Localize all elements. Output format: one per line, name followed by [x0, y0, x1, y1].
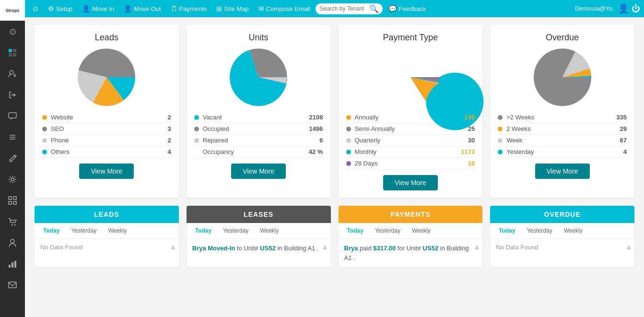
overdue-tab-weekly[interactable]: Weekly: [559, 226, 587, 235]
sidebar: Strops ⊙: [0, 0, 25, 317]
leads-card-body: No Data Found ▲: [35, 239, 179, 268]
leads-tab-today[interactable]: Today: [38, 226, 64, 235]
overdue-bottom-card: OVERDUE Today Yesterday Weekly No Data F…: [490, 206, 634, 268]
svg-rect-16: [9, 201, 12, 204]
leads-legend-website: Website 2: [42, 112, 171, 123]
overdue-card-body: No Data Found ▲: [490, 239, 634, 268]
payments-tab-today[interactable]: Today: [342, 226, 368, 235]
annually-label: Annually: [355, 114, 379, 121]
payments-tenant-link[interactable]: Brya: [344, 245, 358, 252]
seo-label: SEO: [51, 125, 64, 132]
cart-icon[interactable]: [0, 211, 25, 232]
overdue-pie-chart: [534, 48, 591, 106]
grid-icon[interactable]: [0, 190, 25, 211]
overdue-view-more-button[interactable]: View More: [535, 164, 590, 179]
overdue-scroll-indicator: ▲: [625, 243, 632, 251]
occupied-dot: [194, 127, 199, 131]
leases-tab-yesterday[interactable]: Yesterday: [218, 226, 253, 235]
units-pie-chart: [230, 48, 287, 106]
leads-title: Leads: [42, 33, 171, 43]
payments-tabs: Today Yesterday Weekly: [339, 223, 483, 239]
2weeks-plus-dot: [498, 115, 503, 120]
nav-setup[interactable]: ⚙ Setup: [44, 3, 76, 14]
nav-sitemap[interactable]: ⊞ Site Map: [212, 3, 252, 14]
occupancy-count: 42 %: [309, 148, 323, 155]
payment-type-view-more-button[interactable]: View More: [383, 175, 438, 190]
semi-label: Semi-Annually: [355, 125, 395, 132]
chart-icon[interactable]: [0, 253, 25, 274]
svg-point-13: [11, 178, 14, 181]
payment-legend-monthly: Monthly 1173: [346, 146, 475, 158]
login-icon[interactable]: [0, 84, 25, 106]
vacant-count: 2108: [309, 114, 323, 121]
mail-icon[interactable]: [0, 274, 25, 295]
28days-dot: [346, 161, 351, 166]
nav-move-in[interactable]: 👤 Move In: [78, 3, 118, 14]
payments-tab-yesterday[interactable]: Yesterday: [370, 226, 405, 235]
chat-icon[interactable]: [0, 106, 25, 127]
leases-tenant-link[interactable]: Brya Moved-In: [192, 245, 235, 252]
user-icon[interactable]: 👤: [618, 3, 629, 14]
leads-legend-others: Others 4: [42, 146, 171, 158]
tools-icon[interactable]: [0, 169, 25, 190]
edit-icon[interactable]: [0, 148, 25, 169]
leads-view-more-button[interactable]: View More: [79, 164, 134, 179]
svg-rect-23: [14, 261, 16, 268]
payment-legend-28days: 28 Days 16: [346, 158, 475, 169]
list-icon[interactable]: [0, 127, 25, 148]
units-legend-repaired: Repaired 6: [194, 135, 323, 146]
user-name: Demousa@Yo..: [575, 5, 615, 12]
leases-tab-weekly[interactable]: Weekly: [255, 226, 283, 235]
overdue-pie-container: [498, 48, 627, 106]
leases-unit-link[interactable]: US52: [260, 245, 276, 252]
nav-home[interactable]: ⊙: [29, 3, 42, 14]
overdue-tab-yesterday[interactable]: Yesterday: [522, 226, 557, 235]
vacant-dot: [194, 115, 199, 120]
website-count: 2: [168, 114, 171, 121]
move-in-icon: 👤: [82, 5, 90, 12]
nav-payments[interactable]: 🗒 Payments: [167, 3, 211, 14]
svg-point-4: [10, 70, 13, 74]
svg-point-18: [12, 224, 13, 226]
phone-count: 2: [168, 137, 171, 144]
leads-tabs: Today Yesterday Weekly: [35, 223, 179, 239]
nav-compose-email[interactable]: ✉ Compose Email: [255, 3, 314, 14]
leads-chart-card: Leads: [35, 25, 179, 198]
top-nav: ⊙ ⚙ Setup 👤 Move In 👤 Move Out 🗒 Payment…: [25, 0, 644, 17]
add-user-icon[interactable]: [0, 63, 25, 84]
leads-tab-weekly[interactable]: Weekly: [103, 226, 131, 235]
nav-feedback[interactable]: 💬 Feedback: [385, 3, 430, 14]
leads-pie-chart: [78, 48, 135, 106]
payments-amount-link[interactable]: $317.00: [373, 245, 396, 252]
leases-tab-today[interactable]: Today: [190, 226, 216, 235]
leads-scroll-indicator: ▲: [169, 243, 177, 251]
semi-dot: [346, 127, 351, 131]
others-dot: [42, 150, 47, 154]
leads-tab-yesterday[interactable]: Yesterday: [66, 226, 101, 235]
home-icon[interactable]: ⊙: [0, 21, 25, 42]
bottom-cards-row: LEADS Today Yesterday Weekly No Data Fou…: [35, 206, 634, 268]
monthly-dot: [346, 150, 351, 154]
svg-rect-17: [13, 201, 16, 204]
overdue-title: Overdue: [498, 33, 627, 43]
payments-tab-weekly[interactable]: Weekly: [407, 226, 435, 235]
overdue-tabs: Today Yesterday Weekly: [490, 223, 634, 239]
svg-rect-1: [13, 49, 16, 52]
user-info: Demousa@Yo.. 👤 ⏻: [575, 3, 640, 14]
nav-move-out[interactable]: 👤 Move Out: [120, 3, 164, 14]
logout-icon[interactable]: ⏻: [632, 4, 640, 14]
dashboard-icon[interactable]: [0, 42, 25, 63]
2weeks-plus-label: >2 Weeks: [506, 114, 534, 121]
search-input[interactable]: [319, 5, 367, 12]
page-content: Leads: [25, 17, 644, 317]
search-bar[interactable]: 🔍: [316, 3, 383, 14]
person-icon[interactable]: [0, 232, 25, 253]
overdue-tab-today[interactable]: Today: [494, 226, 520, 235]
leads-pie-container: [42, 48, 171, 106]
payments-unit-link[interactable]: US52: [423, 245, 439, 252]
leases-scroll-indicator: ▲: [321, 243, 329, 251]
units-view-more-button[interactable]: View More: [231, 164, 286, 179]
occupied-label: Occupied: [203, 125, 229, 132]
quarterly-label: Quarterly: [355, 137, 380, 144]
compose-icon: ✉: [258, 5, 264, 12]
